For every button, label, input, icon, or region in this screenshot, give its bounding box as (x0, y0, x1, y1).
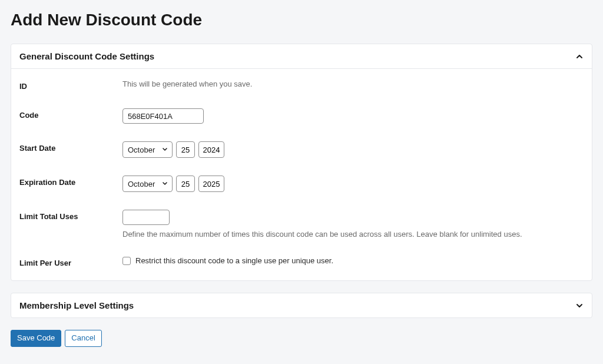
membership-panel-header[interactable]: Membership Level Settings (11, 293, 592, 317)
limit-per-user-checkbox-label: Restrict this discount code to a single … (135, 256, 333, 265)
start-year-input[interactable] (198, 141, 224, 158)
general-panel: General Discount Code Settings ID This w… (11, 44, 592, 281)
start-month-select[interactable]: October (122, 141, 173, 158)
start-date-row: Start Date October (19, 141, 584, 158)
code-row: Code (19, 108, 584, 124)
membership-panel-title: Membership Level Settings (19, 300, 134, 310)
chevron-up-icon (575, 52, 584, 61)
limit-per-user-row: Limit Per User Restrict this discount co… (19, 256, 584, 267)
id-value: This will be generated when you save. (122, 80, 584, 88)
limit-total-help: Define the maximum number of times this … (122, 230, 584, 239)
code-input[interactable] (122, 108, 204, 124)
expiration-date-row: Expiration Date October (19, 176, 584, 192)
id-row: ID This will be generated when you save. (19, 80, 584, 91)
general-panel-body: ID This will be generated when you save.… (11, 68, 592, 280)
general-panel-header[interactable]: General Discount Code Settings (11, 44, 592, 68)
expiration-date-label: Expiration Date (19, 176, 122, 187)
chevron-down-icon (575, 302, 584, 310)
limit-per-user-label: Limit Per User (19, 256, 122, 267)
action-buttons: Save Code Cancel (11, 330, 592, 347)
membership-panel: Membership Level Settings (11, 293, 592, 318)
start-date-label: Start Date (19, 141, 122, 153)
limit-total-label: Limit Total Uses (19, 210, 122, 221)
limit-per-user-checkbox[interactable] (122, 257, 131, 265)
limit-total-input[interactable] (122, 210, 170, 225)
expiration-day-input[interactable] (176, 176, 195, 192)
start-day-input[interactable] (176, 141, 195, 158)
id-label: ID (19, 80, 122, 91)
save-button[interactable]: Save Code (11, 330, 61, 347)
page-title: Add New Discount Code (11, 11, 592, 29)
limit-total-row: Limit Total Uses Define the maximum numb… (19, 210, 584, 239)
expiration-month-select[interactable]: October (122, 176, 173, 192)
cancel-button[interactable]: Cancel (65, 330, 101, 347)
general-panel-title: General Discount Code Settings (19, 51, 154, 61)
code-label: Code (19, 108, 122, 120)
expiration-year-input[interactable] (198, 176, 224, 192)
